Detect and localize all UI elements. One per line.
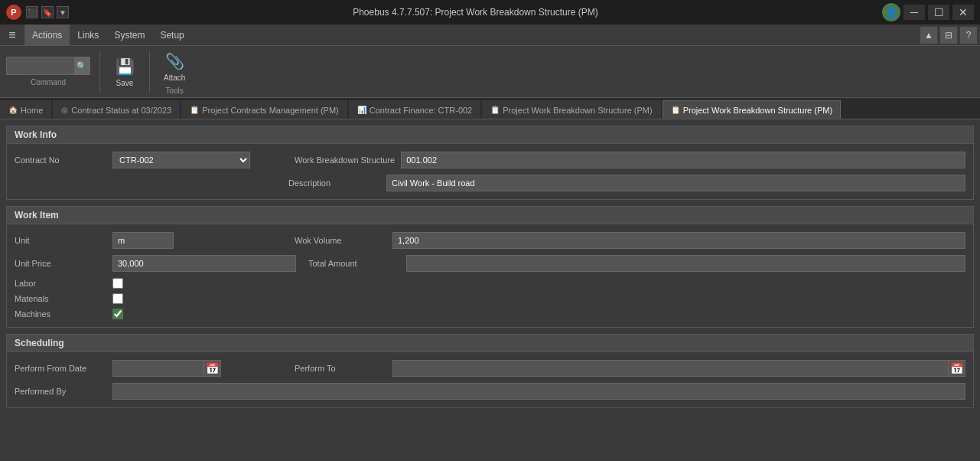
app-logo: P bbox=[6, 5, 21, 20]
command-label: Command bbox=[31, 78, 66, 87]
labor-checkbox[interactable] bbox=[112, 278, 123, 289]
main-content: Work Info Contract No CTR-002 Work Break… bbox=[0, 119, 980, 461]
attach-tools-group: 📎 Attach Tools bbox=[159, 49, 190, 95]
labor-label: Labor bbox=[15, 279, 106, 288]
contract-no-select[interactable]: CTR-002 bbox=[112, 152, 250, 168]
save-label: Save bbox=[116, 79, 134, 87]
materials-checkbox[interactable] bbox=[112, 293, 123, 304]
work-item-section: Work Item Unit Wok Volume Unit Price T bbox=[6, 206, 974, 328]
unit-price-label: Unit Price bbox=[15, 259, 106, 268]
tab-contract-status[interactable]: ◎ Contract Status at 03/2023 bbox=[53, 100, 180, 119]
tab-contract-finance[interactable]: 📊 Contract Finance: CTR-002 bbox=[349, 100, 481, 119]
work-info-body: Contract No CTR-002 Work Breakdown Struc… bbox=[7, 144, 973, 199]
description-input[interactable] bbox=[386, 175, 965, 191]
wbs-label: Work Breakdown Structure bbox=[295, 155, 395, 165]
scheduling-body: Perform From Date 📅 Perform To 📅 Perform… bbox=[7, 352, 973, 407]
materials-label: Materials bbox=[15, 294, 106, 303]
tools-label: Tools bbox=[166, 87, 184, 95]
contract-no-label: Contract No bbox=[15, 155, 106, 165]
tab-contract-status-label: Contract Status at 03/2023 bbox=[71, 106, 171, 115]
save-button[interactable]: 💾 Save bbox=[109, 53, 140, 90]
minimize-button[interactable]: ─ bbox=[903, 5, 925, 20]
menu-help-button[interactable]: ? bbox=[960, 27, 977, 44]
tab-wbs-pm-active-icon: 📋 bbox=[671, 106, 680, 114]
tab-wbs-pm-active-label: Project Work Breakdown Structure (PM) bbox=[683, 106, 832, 115]
performed-by-input[interactable] bbox=[112, 383, 965, 400]
total-amount-label: Total Amount bbox=[308, 259, 400, 268]
title-bar-right: 👤 ─ ☐ ✕ bbox=[882, 3, 974, 21]
scheduling-section: Scheduling Perform From Date 📅 Perform T… bbox=[6, 334, 974, 408]
work-item-header: Work Item bbox=[7, 207, 973, 224]
performed-by-label: Performed By bbox=[15, 387, 106, 396]
perform-from-calendar-button[interactable]: 📅 bbox=[204, 360, 221, 377]
toolbar-search[interactable]: 🔍 bbox=[6, 57, 90, 75]
title-bar: P ⬛ 🔖 ▼ Phoebus 4.7.7.507: Project Work … bbox=[0, 0, 980, 25]
menu-right: ▲ ⊟ ? bbox=[920, 27, 977, 44]
tb-icon-1[interactable]: ⬛ bbox=[26, 6, 38, 18]
perform-to-calendar-button[interactable]: 📅 bbox=[949, 360, 965, 377]
menu-layout-button[interactable]: ⊟ bbox=[940, 27, 957, 44]
work-info-section: Work Info Contract No CTR-002 Work Break… bbox=[6, 126, 974, 200]
perform-to-label: Perform To bbox=[295, 364, 386, 373]
search-input[interactable] bbox=[7, 61, 74, 70]
work-item-body: Unit Wok Volume Unit Price Total Amount bbox=[7, 224, 973, 327]
menu-up-button[interactable]: ▲ bbox=[920, 27, 937, 44]
machines-checkbox[interactable] bbox=[112, 309, 123, 319]
unit-price-input[interactable] bbox=[112, 255, 296, 272]
perform-to-input[interactable] bbox=[392, 360, 949, 377]
hamburger-icon[interactable]: ≡ bbox=[3, 26, 21, 44]
perform-from-label: Perform From Date bbox=[15, 364, 106, 373]
unit-label: Unit bbox=[15, 236, 106, 245]
unit-input[interactable] bbox=[112, 232, 174, 249]
menu-setup[interactable]: Setup bbox=[152, 25, 191, 46]
wok-volume-label: Wok Volume bbox=[295, 236, 386, 245]
close-button[interactable]: ✕ bbox=[952, 5, 974, 20]
tb-icon-2[interactable]: 🔖 bbox=[41, 6, 54, 18]
total-amount-input[interactable] bbox=[406, 255, 965, 272]
tab-wbs-pm-icon: 📋 bbox=[490, 106, 500, 114]
perform-from-wrapper: 📅 bbox=[112, 360, 221, 377]
machines-label: Machines bbox=[15, 309, 106, 319]
tab-project-contracts-icon: 📋 bbox=[190, 106, 199, 114]
description-label: Description bbox=[288, 178, 380, 188]
tab-project-contracts[interactable]: 📋 Project Contracts Management (PM) bbox=[181, 100, 347, 119]
attach-label: Attach bbox=[164, 74, 185, 82]
wok-volume-input[interactable] bbox=[392, 232, 965, 249]
tb-icon-3[interactable]: ▼ bbox=[57, 6, 69, 18]
maximize-button[interactable]: ☐ bbox=[928, 5, 949, 20]
tab-project-contracts-label: Project Contracts Management (PM) bbox=[202, 106, 339, 115]
perform-to-wrapper: 📅 bbox=[392, 360, 965, 377]
tab-wbs-pm[interactable]: 📋 Project Work Breakdown Structure (PM) bbox=[482, 100, 660, 119]
tab-wbs-pm-active[interactable]: 📋 Project Work Breakdown Structure (PM) bbox=[663, 100, 841, 119]
tab-wbs-pm-label: Project Work Breakdown Structure (PM) bbox=[503, 106, 652, 115]
home-icon: 🏠 bbox=[8, 106, 18, 114]
tab-home-label: Home bbox=[21, 106, 43, 115]
tab-contract-status-icon: ◎ bbox=[61, 106, 68, 114]
tab-contract-finance-label: Contract Finance: CTR-002 bbox=[370, 106, 473, 115]
search-button[interactable]: 🔍 bbox=[74, 57, 90, 74]
tab-home[interactable]: 🏠 Home bbox=[0, 100, 51, 119]
toolbar: 🔍 Command 💾 Save 📎 Attach Tools bbox=[0, 46, 980, 98]
perform-from-input[interactable] bbox=[112, 360, 204, 377]
menu-actions[interactable]: Actions bbox=[24, 25, 70, 46]
attach-button[interactable]: 📎 Attach bbox=[159, 47, 190, 85]
tab-bar: 🏠 Home ◎ Contract Status at 03/2023 📋 Pr… bbox=[0, 98, 980, 119]
attach-icon: 📎 bbox=[164, 51, 185, 72]
menu-system[interactable]: System bbox=[106, 25, 152, 46]
work-info-header: Work Info bbox=[7, 126, 973, 144]
menu-links[interactable]: Links bbox=[70, 25, 106, 46]
wbs-input[interactable] bbox=[401, 152, 965, 168]
menu-bar: ≡ Actions Links System Setup ▲ ⊟ ? bbox=[0, 25, 980, 46]
title-bar-left: P ⬛ 🔖 ▼ bbox=[6, 5, 69, 20]
tab-contract-finance-icon: 📊 bbox=[357, 106, 366, 114]
title-bar-icons: ⬛ 🔖 ▼ bbox=[26, 6, 69, 18]
scheduling-header: Scheduling bbox=[7, 335, 973, 352]
save-icon: 💾 bbox=[114, 56, 135, 77]
window-title: Phoebus 4.7.7.507: Project Work Breakdow… bbox=[69, 7, 882, 18]
user-avatar: 👤 bbox=[882, 3, 900, 21]
